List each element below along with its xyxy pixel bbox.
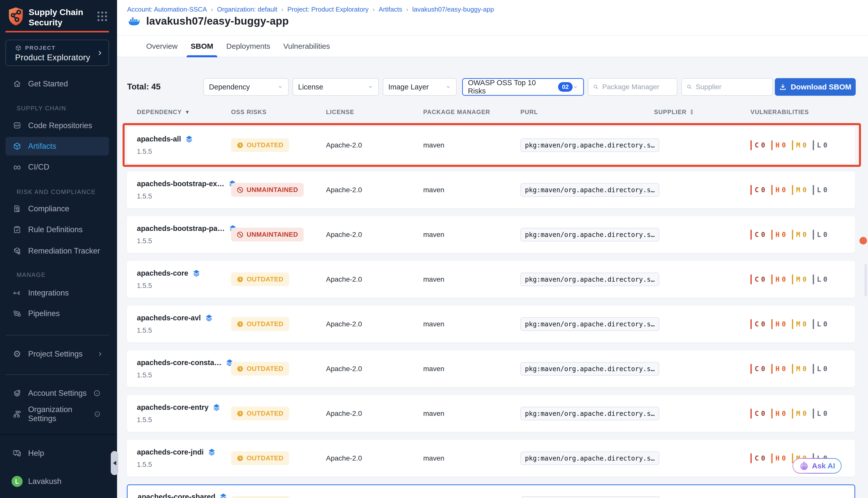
sidebar-item-artifacts[interactable]: Artifacts bbox=[5, 137, 109, 156]
purl-chip[interactable]: pkg:maven/org.apache.directory.s… bbox=[520, 273, 659, 286]
sidebar-item-compliance[interactable]: Compliance bbox=[5, 201, 109, 217]
table-row[interactable]: apacheds-core-avl 1.5.5 OUTDATED Apac bbox=[127, 305, 855, 342]
sidebar-item-rule-definitions[interactable]: Rule Definitions bbox=[5, 222, 109, 237]
column-dependency[interactable]: DEPENDENCY▼ bbox=[137, 108, 231, 116]
breadcrumb-artifacts[interactable]: Artifacts bbox=[379, 5, 402, 13]
breadcrumb-artifact-name[interactable]: lavakush07/easy-buggy-app bbox=[412, 5, 494, 13]
vuln-count: 0 bbox=[761, 320, 765, 328]
table-row[interactable]: apacheds-core-consta… 1.5.5 OUTDATED bbox=[127, 350, 855, 387]
medium-count: M0 bbox=[792, 364, 807, 374]
oss-risk-badge: UNMAINTAINED bbox=[231, 228, 304, 241]
tab-vulnerabilities[interactable]: Vulnerabilities bbox=[283, 36, 330, 57]
table-row[interactable]: apacheds-core-entry 1.5.5 OUTDATED Ap bbox=[127, 395, 855, 432]
purl-chip[interactable]: pkg:maven/org.apache.directory.s… bbox=[520, 183, 659, 197]
breadcrumb: Account: Automation-SSCA› Organization: … bbox=[127, 5, 494, 13]
scrollbar-thumb[interactable] bbox=[865, 264, 867, 297]
table-row[interactable]: apacheds-core 1.5.5 OUTDATED Apache-2 bbox=[127, 261, 855, 298]
image-layer-filter-dropdown[interactable]: Image Layer bbox=[383, 78, 457, 96]
purl-chip[interactable]: pkg:maven/org.apache.directory.s… bbox=[521, 496, 660, 498]
dependency-name: apacheds-all bbox=[137, 135, 193, 143]
sidebar-item-code-repositories[interactable]: Code Repositories bbox=[5, 118, 109, 133]
project-selector[interactable]: PROJECT Product Exploratory bbox=[5, 40, 109, 66]
project-box-icon bbox=[15, 45, 22, 51]
breadcrumb-project[interactable]: Project: Product Exploratory bbox=[287, 5, 369, 13]
vuln-letter: L bbox=[817, 231, 821, 238]
vuln-count: 0 bbox=[782, 231, 786, 238]
owasp-risks-filter-dropdown[interactable]: OWASP OSS Top 10 Risks 02 bbox=[462, 78, 584, 96]
sidebar-item-get-started[interactable]: Get Started bbox=[5, 76, 109, 92]
vuln-count: 0 bbox=[782, 365, 786, 372]
vulnerability-counts: C0 H0 M0 L0 bbox=[750, 350, 855, 387]
vuln-letter: H bbox=[776, 365, 779, 372]
sidebar-collapse-handle[interactable] bbox=[111, 451, 118, 475]
table-row[interactable]: apacheds-core-jndi 1.5.5 OUTDATED Apa bbox=[127, 440, 855, 477]
package-manager-input[interactable] bbox=[602, 83, 672, 91]
sidebar-item-help[interactable]: Help bbox=[5, 445, 109, 461]
sidebar-item-account-settings[interactable]: Account Settings bbox=[5, 385, 109, 401]
supplier-input[interactable] bbox=[695, 83, 768, 91]
breadcrumb-organization[interactable]: Organization: default bbox=[217, 5, 277, 13]
tab-overview[interactable]: Overview bbox=[146, 36, 177, 57]
low-bar bbox=[813, 230, 814, 240]
tab-sbom[interactable]: SBOM bbox=[191, 36, 213, 57]
unmaintained-icon bbox=[237, 186, 244, 194]
vuln-letter: H bbox=[776, 454, 779, 462]
page-title: lavakush07/easy-buggy-app bbox=[146, 15, 289, 27]
sidebar-item-organization-settings[interactable]: Organization Settings bbox=[5, 406, 109, 422]
clock-icon bbox=[237, 365, 244, 372]
table-row[interactable]: apacheds-bootstrap-pa… 1.5.5 UNMAINTAINE… bbox=[127, 216, 855, 253]
table-row[interactable]: apacheds-all 1.5.5 OUTDATED Apache-2. bbox=[127, 127, 855, 163]
dependency-name: apacheds-core-shared bbox=[138, 493, 227, 498]
purl-chip[interactable]: pkg:maven/org.apache.directory.s… bbox=[520, 451, 659, 465]
user-menu[interactable]: L Lavakush bbox=[5, 474, 109, 489]
vuln-count: 0 bbox=[802, 320, 806, 328]
purl-chip[interactable]: pkg:maven/org.apache.directory.s… bbox=[520, 228, 659, 241]
purl-chip[interactable]: pkg:maven/org.apache.directory.s… bbox=[520, 317, 659, 331]
package-manager-value: maven bbox=[423, 275, 444, 284]
clock-icon bbox=[237, 142, 244, 149]
sidebar-item-remediation-tracker[interactable]: Remediation Tracker bbox=[5, 243, 109, 259]
download-sbom-button[interactable]: Download SBOM bbox=[775, 78, 856, 96]
sidebar-item-project-settings[interactable]: ⚙ Project Settings bbox=[5, 346, 109, 362]
table-row[interactable]: apacheds-core-shared 1.5.5 OUTDATED A bbox=[127, 484, 855, 498]
sidebar-item-integrations[interactable]: Integrations bbox=[5, 285, 109, 301]
high-bar bbox=[771, 185, 773, 195]
dependency-version: 1.5.5 bbox=[137, 237, 152, 245]
critical-count: C0 bbox=[750, 453, 765, 463]
vulnerability-counts: C0 H0 M0 L0 bbox=[750, 305, 855, 342]
vuln-letter: C bbox=[755, 320, 759, 328]
column-supplier[interactable]: SUPPLIER▲▼ bbox=[654, 108, 750, 116]
sidebar-item-pipelines[interactable]: Pipelines bbox=[5, 306, 109, 322]
vuln-count: 0 bbox=[802, 365, 806, 372]
search-icon bbox=[593, 84, 599, 90]
table-header: DEPENDENCY▼ OSS RISKS LICENSE PACKAGE MA… bbox=[137, 108, 845, 116]
vuln-count: 0 bbox=[782, 275, 786, 283]
oss-risk-badge: OUTDATED bbox=[231, 317, 289, 331]
app-grid-icon[interactable] bbox=[97, 12, 107, 21]
sidebar-item-cicd[interactable]: ∞ CI/CD bbox=[5, 159, 109, 175]
edge-notification-dot[interactable] bbox=[859, 237, 867, 245]
license-value: Apache-2.0 bbox=[326, 275, 362, 284]
critical-count: C0 bbox=[750, 364, 765, 374]
vuln-letter: H bbox=[776, 320, 779, 328]
breadcrumb-account[interactable]: Account: Automation-SSCA bbox=[127, 5, 207, 13]
medium-count: M0 bbox=[792, 319, 807, 329]
package-manager-value: maven bbox=[423, 320, 444, 328]
info-icon bbox=[93, 390, 101, 397]
vuln-letter: C bbox=[755, 409, 759, 417]
section-label-risk-compliance: RISK AND COMPLIANCE bbox=[16, 188, 96, 196]
vuln-letter: H bbox=[776, 231, 779, 238]
high-count: H0 bbox=[771, 319, 786, 329]
purl-chip[interactable]: pkg:maven/org.apache.directory.s… bbox=[520, 139, 659, 152]
purl-chip[interactable]: pkg:maven/org.apache.directory.s… bbox=[520, 407, 659, 420]
layers-icon bbox=[208, 448, 216, 456]
tab-deployments[interactable]: Deployments bbox=[226, 36, 270, 57]
vuln-letter: M bbox=[796, 275, 800, 283]
ask-ai-button[interactable]: Ask AI bbox=[792, 458, 842, 474]
purl-chip[interactable]: pkg:maven/org.apache.directory.s… bbox=[520, 362, 659, 376]
license-filter-dropdown[interactable]: License bbox=[293, 78, 379, 96]
ask-ai-label: Ask AI bbox=[812, 461, 835, 470]
dependency-filter-dropdown[interactable]: Dependency bbox=[203, 78, 289, 96]
table-row[interactable]: apacheds-bootstrap-ex… 1.5.5 UNMAINTAINE… bbox=[127, 171, 855, 208]
unmaintained-icon bbox=[237, 231, 244, 238]
